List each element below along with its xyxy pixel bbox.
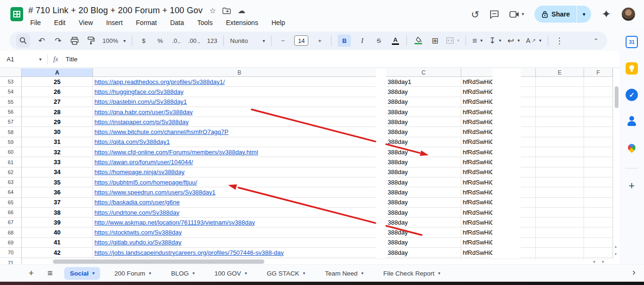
name-box[interactable]: A1 ▾ xyxy=(0,56,42,63)
cell-c57[interactable]: 388day xyxy=(386,117,461,127)
cell-a70[interactable]: 42 xyxy=(22,248,93,258)
cell-b70[interactable]: https://jobs.landscapeindustrycareers.or… xyxy=(93,248,386,258)
format-percent-button[interactable]: % xyxy=(155,34,165,47)
scroll-left-icon[interactable]: ◂ xyxy=(593,259,595,264)
row-header[interactable]: 60 xyxy=(0,147,22,157)
cell-c54[interactable]: 388day xyxy=(386,87,461,97)
cell-e64[interactable] xyxy=(536,187,584,197)
vertical-scrollbar-thumb[interactable] xyxy=(615,86,619,108)
row-header[interactable]: 53 xyxy=(0,77,22,87)
sheet-tab-caret[interactable]: ▾ xyxy=(438,271,441,276)
cell-f53[interactable] xyxy=(584,77,613,87)
vertical-scrollbar[interactable]: ▴ ▾ xyxy=(613,68,619,259)
cell-e60[interactable] xyxy=(536,147,584,157)
sheet-tab-caret[interactable]: ▾ xyxy=(361,271,364,276)
sheet-tab-blog[interactable]: BLOG▾ xyxy=(165,267,200,280)
cell-f68[interactable] xyxy=(584,228,613,238)
cell-c68[interactable]: 388day xyxy=(386,228,461,238)
name-box-caret[interactable]: ▾ xyxy=(39,57,42,62)
sheets-logo-icon[interactable] xyxy=(10,7,23,21)
cell-e53[interactable] xyxy=(536,77,584,87)
row-header[interactable]: 71 xyxy=(0,258,22,264)
account-avatar[interactable] xyxy=(621,7,636,21)
cell-a56[interactable]: 28 xyxy=(22,107,93,117)
cell-b57[interactable]: https://instapaper.com/p/Sv388day xyxy=(93,117,386,127)
menu-file[interactable]: File xyxy=(29,18,42,27)
cell-f69[interactable] xyxy=(584,238,613,248)
sheet-tab-caret[interactable]: ▾ xyxy=(193,271,195,276)
tasks-icon[interactable]: ✓ xyxy=(626,89,638,101)
column-header-C[interactable]: C xyxy=(386,68,461,77)
cell-e58[interactable] xyxy=(536,127,584,137)
cell-link[interactable]: https://qiita.com/Sv388day1 xyxy=(94,138,170,145)
row-header[interactable]: 64 xyxy=(0,187,22,197)
sheet-tab-caret[interactable]: ▾ xyxy=(149,271,152,276)
paint-format-button[interactable] xyxy=(86,34,96,47)
cell-f67[interactable] xyxy=(584,218,613,227)
cell-link[interactable]: https://stocktwits.com/Sv388day xyxy=(94,229,182,236)
row-header[interactable]: 63 xyxy=(0,177,22,187)
cell-link[interactable]: http://www.askmap.net/location/7611193/v… xyxy=(94,219,255,226)
cell-link[interactable]: https://instapaper.com/p/Sv388day xyxy=(94,118,188,126)
cell-a66[interactable]: 38 xyxy=(22,208,93,218)
move-folder-icon[interactable] xyxy=(222,8,231,14)
row-header[interactable]: 58 xyxy=(0,127,22,137)
cell-a67[interactable]: 39 xyxy=(22,218,93,227)
sheet-tab-team-need[interactable]: Team Need▾ xyxy=(319,267,369,280)
cell-b63[interactable]: https://pubhtml5.com/homepage/ftjuu/ xyxy=(93,177,386,187)
cell-link[interactable]: https://homepage.ninja/sv388day xyxy=(94,168,185,176)
cell-f65[interactable] xyxy=(584,198,613,208)
document-title[interactable]: # 710 Link + 20 Blog + 200 Forum + 100 G… xyxy=(28,6,203,16)
cell-a61[interactable]: 33 xyxy=(22,157,93,167)
row-header[interactable]: 65 xyxy=(0,198,22,208)
cell-f62[interactable] xyxy=(584,168,613,177)
comments-icon[interactable] xyxy=(490,10,499,19)
cell-f70[interactable] xyxy=(584,248,613,258)
cell-c55[interactable]: 388day xyxy=(386,97,461,107)
cell-a62[interactable]: 34 xyxy=(22,168,93,177)
all-sheets-button[interactable]: ≡ xyxy=(41,268,59,278)
cell-e70[interactable] xyxy=(536,248,584,258)
cell-f54[interactable] xyxy=(584,87,613,97)
borders-button[interactable]: ⊞ xyxy=(430,34,440,47)
sheet-tab-100-gov[interactable]: 100 GOV▾ xyxy=(209,267,253,280)
cell-f57[interactable] xyxy=(584,117,613,127)
row-header[interactable]: 67 xyxy=(0,218,22,227)
cell-b64[interactable]: https://www.speedrun.com/users/Sv388day1 xyxy=(93,187,386,197)
cell-c59[interactable]: 388day xyxy=(386,137,461,147)
cell-link[interactable]: https://jobs.landscapeindustrycareers.or… xyxy=(94,249,284,256)
font-select[interactable]: Nunito▾ xyxy=(230,37,265,44)
cell-b68[interactable]: https://stocktwits.com/Sv388day xyxy=(93,228,386,238)
cell-a58[interactable]: 30 xyxy=(22,127,93,137)
scroll-right-icon[interactable]: ▸ xyxy=(602,259,604,264)
cell-link[interactable]: https://www.cfd-online.com/Forums/member… xyxy=(94,149,258,156)
vertical-align-button[interactable]: ↧▾ xyxy=(489,34,501,47)
cell-c64[interactable]: 388day xyxy=(386,187,461,197)
column-header-F[interactable]: F xyxy=(584,68,613,77)
cell-c61[interactable]: 388day xyxy=(386,157,461,167)
cell-link[interactable]: https://gitlab.vuhdo.io/Sv388day xyxy=(94,239,181,246)
cell-f64[interactable] xyxy=(584,187,613,197)
horizontal-align-button[interactable]: ≡▾ xyxy=(472,34,483,47)
share-button[interactable]: Share ▼ xyxy=(534,6,591,23)
cell-b58[interactable]: https://www.bitchute.com/channel/hsmfrO7… xyxy=(93,127,386,137)
cell-b59[interactable]: https://qiita.com/Sv388day1 xyxy=(93,137,386,147)
row-header[interactable]: 56 xyxy=(0,107,22,117)
cell-c66[interactable]: 388day xyxy=(386,208,461,218)
cell-link[interactable]: https://undrtone.com/Sv388day xyxy=(94,209,179,216)
menu-format[interactable]: Format xyxy=(135,18,158,27)
cell-c65[interactable]: 388day xyxy=(386,198,461,208)
add-sheet-button[interactable]: + xyxy=(22,268,41,278)
merge-cells-button[interactable]: ▾ xyxy=(446,34,459,47)
gemini-icon[interactable]: ✦ xyxy=(602,8,611,21)
increase-font-size-button[interactable]: + xyxy=(314,34,325,47)
cell-a53[interactable]: 25 xyxy=(22,77,93,87)
cell-f60[interactable] xyxy=(584,147,613,157)
cell-e57[interactable] xyxy=(536,117,584,127)
cell-e66[interactable] xyxy=(536,208,584,218)
cell-b69[interactable]: https://gitlab.vuhdo.io/Sv388day xyxy=(93,238,386,248)
cell-f58[interactable] xyxy=(584,127,613,137)
cell-link[interactable]: https://huggingface.co/Sv388day xyxy=(94,88,184,95)
sheet-tab-caret[interactable]: ▾ xyxy=(93,271,95,276)
cell-e56[interactable] xyxy=(536,107,584,117)
